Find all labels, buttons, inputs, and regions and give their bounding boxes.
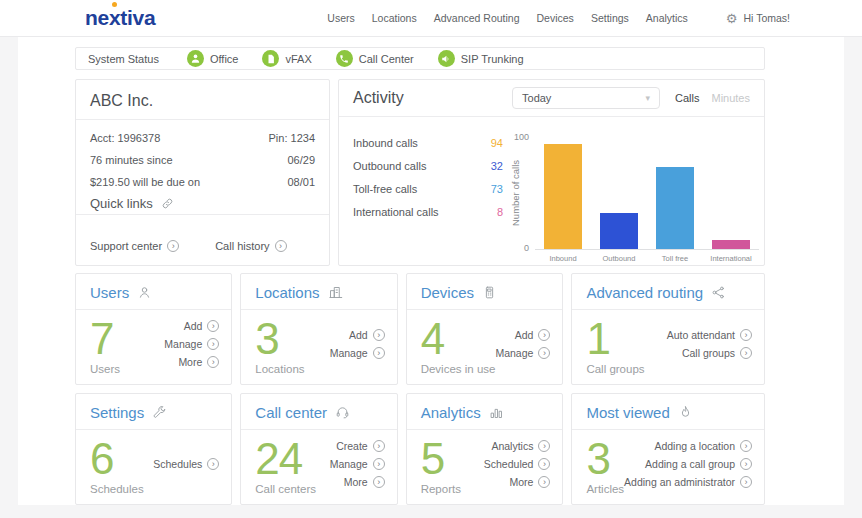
nav-locations[interactable]: Locations [372, 12, 417, 24]
card-link-auto-attendant[interactable]: Auto attendant› [667, 329, 752, 341]
card-link-analytics[interactable]: Analytics› [491, 440, 550, 452]
activity-title: Activity [353, 89, 404, 107]
card-link-label: Manage [330, 347, 368, 359]
status-item-office[interactable]: Office [187, 50, 239, 67]
card-count: 3 [255, 319, 304, 359]
user-greeting: Hi Tomas! [744, 12, 791, 24]
users-icon [137, 285, 152, 300]
card-link-label: Analytics [491, 440, 533, 452]
routing-icon [711, 285, 726, 300]
card-header: Settings [76, 394, 231, 430]
chevron-circle-icon: › [207, 356, 219, 368]
bar-slot-inbound [535, 137, 591, 249]
logo-text: tiva [120, 6, 155, 29]
card-link-label: Auto attendant [667, 329, 735, 341]
status-item-label: Call Center [359, 53, 414, 65]
card-link-add[interactable]: Add› [349, 329, 385, 341]
call-history-link[interactable]: Call history › [215, 227, 286, 265]
system-status-bar: System Status OfficevFAXCall CenterSIP T… [75, 47, 765, 70]
card-link-adding-an-administrator[interactable]: Adding an administrator› [624, 476, 752, 488]
chevron-circle-icon: › [373, 476, 385, 488]
card-link-adding-a-location[interactable]: Adding a location› [654, 440, 752, 452]
status-item-call-center[interactable]: Call Center [336, 50, 414, 67]
toggle-minutes[interactable]: Minutes [711, 92, 750, 104]
status-item-label: SIP Trunking [461, 53, 524, 65]
stat-row-outbound-calls: Outbound calls32 [353, 154, 503, 177]
card-link-label: Scheduled [484, 458, 534, 470]
card-link-label: Add [184, 320, 203, 332]
activity-card: Activity Today ▾ Calls Minutes Inbound c… [338, 79, 765, 266]
card-link-manage[interactable]: Manage› [495, 347, 550, 359]
balance-due-label: $219.50 will be due on [90, 171, 200, 193]
office-person-icon [187, 50, 204, 67]
card-link-manage[interactable]: Manage› [164, 338, 219, 350]
toggle-calls[interactable]: Calls [675, 92, 699, 104]
card-count-label: Locations [255, 363, 304, 375]
card-link-schedules[interactable]: Schedules› [153, 458, 219, 470]
nav-advanced-routing[interactable]: Advanced Routing [434, 12, 520, 24]
card-title[interactable]: Devices [421, 284, 474, 301]
bar-toll-free [656, 167, 694, 249]
stat-row-international-calls: International calls8 [353, 200, 503, 223]
logo-text: ne [85, 6, 109, 29]
bar-slot-outbound [591, 137, 647, 249]
card-links: Add›Manage› [495, 313, 550, 375]
card-link-add[interactable]: Add› [184, 320, 220, 332]
card-header: Devices [407, 274, 563, 310]
user-menu[interactable]: ⚙ Hi Tomas! [726, 12, 790, 25]
card-link-create[interactable]: Create› [336, 440, 385, 452]
card-link-more[interactable]: More› [178, 356, 219, 368]
card-link-add[interactable]: Add› [515, 329, 551, 341]
card-title[interactable]: Users [90, 284, 129, 301]
card-link-manage[interactable]: Manage› [330, 347, 385, 359]
nav-analytics[interactable]: Analytics [646, 12, 688, 24]
nav-devices[interactable]: Devices [537, 12, 574, 24]
card-count-label: Reports [421, 483, 461, 495]
card-title[interactable]: Most viewed [586, 404, 669, 421]
chevron-circle-icon: › [373, 458, 385, 470]
card-link-adding-a-call-group[interactable]: Adding a call group› [645, 458, 752, 470]
card-analytics: Analytics5ReportsAnalytics›Scheduled›Mor… [406, 393, 564, 505]
card-title[interactable]: Settings [90, 404, 144, 421]
quick-links[interactable]: Quick links [90, 196, 315, 211]
card-header: Advanced routing [572, 274, 764, 310]
account-card: ABC Inc. Acct: 1996378 Pin: 1234 76 minu… [75, 79, 330, 266]
status-item-vfax[interactable]: vFAX [262, 50, 311, 67]
stat-label: Inbound calls [353, 137, 418, 149]
logo-x-dot: x [109, 6, 120, 29]
nextiva-logo[interactable]: nextiva [85, 6, 155, 30]
card-body: 1Call groupsAuto attendant›Call groups› [572, 310, 764, 384]
card-title[interactable]: Call center [255, 404, 327, 421]
stat-label: Outbound calls [353, 160, 426, 172]
x-tick-label: Outbound [591, 254, 647, 263]
card-count-label: Devices in use [421, 363, 496, 375]
card-count: 24 [255, 439, 316, 479]
nav-settings[interactable]: Settings [591, 12, 629, 24]
gear-icon: ⚙ [726, 12, 738, 25]
card-link-more[interactable]: More› [509, 476, 550, 488]
card-links: Analytics›Scheduled›More› [484, 433, 551, 495]
status-item-label: Office [210, 53, 239, 65]
card-body: 5ReportsAnalytics›Scheduled›More› [407, 430, 563, 504]
status-item-sip-trunking[interactable]: SIP Trunking [438, 50, 524, 67]
card-title[interactable]: Analytics [421, 404, 481, 421]
chevron-circle-icon: › [740, 476, 752, 488]
bar-slot-international [703, 137, 759, 249]
nav-users[interactable]: Users [327, 12, 354, 24]
card-title[interactable]: Advanced routing [586, 284, 703, 301]
card-link-manage[interactable]: Manage› [330, 458, 385, 470]
account-number: Acct: 1996378 [90, 127, 160, 149]
card-link-more[interactable]: More› [344, 476, 385, 488]
period-dropdown[interactable]: Today ▾ [512, 87, 660, 109]
card-count-label: Articles [586, 483, 624, 495]
chart-plot-area [535, 137, 759, 250]
card-link-call-groups[interactable]: Call groups› [682, 347, 752, 359]
card-link-scheduled[interactable]: Scheduled› [484, 458, 551, 470]
card-link-label: Add [349, 329, 368, 341]
card-settings: Settings6SchedulesSchedules› [75, 393, 232, 505]
card-title[interactable]: Locations [255, 284, 319, 301]
chevron-circle-icon: › [538, 476, 550, 488]
account-pin: Pin: 1234 [269, 127, 315, 149]
chevron-circle-icon: › [538, 347, 550, 359]
support-center-link[interactable]: Support center › [90, 227, 179, 265]
